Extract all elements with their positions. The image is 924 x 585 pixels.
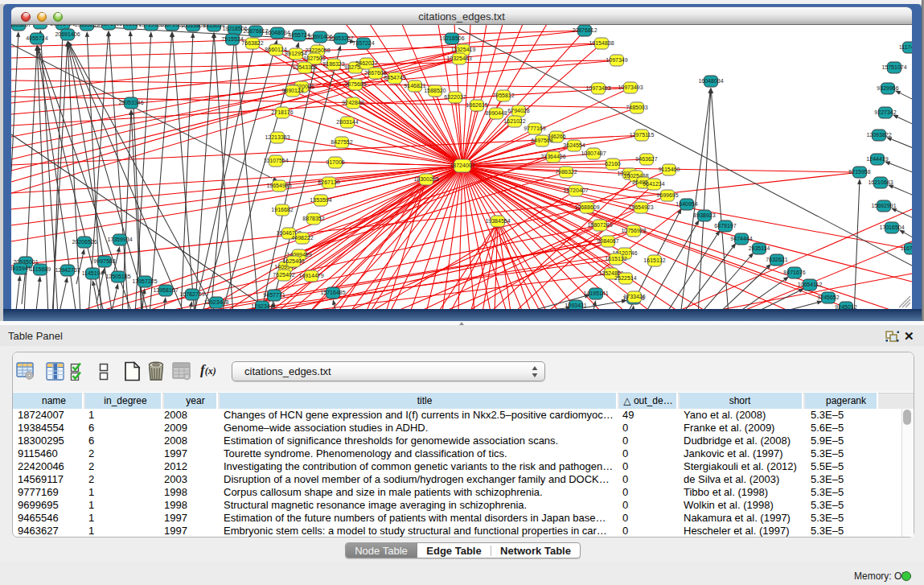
svg-text:5462027: 5462027 bbox=[355, 60, 377, 66]
svg-text:7632621: 7632621 bbox=[766, 257, 787, 262]
svg-text:7515524: 7515524 bbox=[221, 36, 243, 42]
svg-text:19384554: 19384554 bbox=[485, 218, 510, 224]
svg-text:4055724: 4055724 bbox=[29, 25, 51, 26]
svg-text:10543362: 10543362 bbox=[292, 64, 317, 70]
svg-text:15720407: 15720407 bbox=[563, 187, 588, 193]
svg-text:11923448: 11923448 bbox=[204, 299, 229, 305]
svg-text:12942737: 12942737 bbox=[55, 267, 80, 273]
svg-text:9084067: 9084067 bbox=[597, 238, 618, 244]
svg-text:10807487: 10807487 bbox=[581, 150, 606, 156]
svg-text:8990448: 8990448 bbox=[485, 110, 507, 116]
svg-text:9457771: 9457771 bbox=[263, 292, 285, 298]
svg-text:16210643: 16210643 bbox=[868, 179, 893, 185]
svg-text:1097349: 1097349 bbox=[606, 57, 627, 63]
svg-text:9890124: 9890124 bbox=[281, 88, 303, 93]
svg-text:9641234: 9641234 bbox=[643, 181, 664, 187]
svg-text:21364436: 21364436 bbox=[540, 154, 565, 159]
svg-text:9242848: 9242848 bbox=[342, 100, 363, 105]
svg-text:6497568: 6497568 bbox=[531, 138, 552, 143]
svg-text:6322037: 6322037 bbox=[444, 94, 466, 100]
svg-text:2718176: 2718176 bbox=[271, 109, 293, 115]
svg-text:9777169: 9777169 bbox=[524, 126, 545, 131]
svg-text:1527602: 1527602 bbox=[97, 25, 119, 27]
svg-text:3915941: 3915941 bbox=[11, 266, 31, 271]
svg-text:3624554: 3624554 bbox=[563, 142, 585, 148]
svg-text:9245652: 9245652 bbox=[817, 295, 839, 300]
svg-text:9227342: 9227342 bbox=[874, 109, 896, 115]
svg-text:20206526: 20206526 bbox=[72, 239, 97, 245]
svg-text:10973493: 10973493 bbox=[585, 85, 610, 91]
svg-text:11325419: 11325419 bbox=[451, 47, 476, 52]
svg-text:9463627: 9463627 bbox=[635, 156, 657, 162]
svg-text:9146821: 9146821 bbox=[404, 83, 425, 89]
svg-text:18807249: 18807249 bbox=[587, 222, 612, 228]
svg-text:917006: 917006 bbox=[326, 159, 344, 165]
svg-text:23226058: 23226058 bbox=[305, 47, 330, 53]
svg-text:8215958: 8215958 bbox=[848, 169, 870, 175]
svg-text:9115460: 9115460 bbox=[659, 167, 680, 172]
svg-text:18300295: 18300295 bbox=[413, 176, 438, 182]
svg-text:12093822: 12093822 bbox=[866, 132, 891, 138]
svg-text:1588520: 1588520 bbox=[424, 88, 446, 93]
svg-text:12213383: 12213383 bbox=[265, 134, 290, 140]
svg-text:10653267: 10653267 bbox=[328, 35, 353, 41]
svg-text:19218506: 19218506 bbox=[439, 35, 464, 41]
svg-text:7986322: 7986322 bbox=[555, 169, 577, 175]
svg-text:10756928: 10756928 bbox=[621, 228, 646, 233]
svg-text:12975115: 12975115 bbox=[630, 132, 655, 138]
svg-text:9329966: 9329966 bbox=[877, 85, 898, 91]
svg-text:10653267: 10653267 bbox=[74, 25, 99, 27]
svg-text:9245012: 9245012 bbox=[835, 304, 856, 309]
svg-text:1117406: 1117406 bbox=[899, 44, 912, 50]
svg-text:1733426: 1733426 bbox=[623, 294, 645, 299]
svg-text:13958107: 13958107 bbox=[153, 287, 178, 293]
svg-text:10654112: 10654112 bbox=[798, 282, 823, 287]
svg-text:62160: 62160 bbox=[605, 161, 621, 167]
svg-text:1244419: 1244419 bbox=[866, 156, 888, 162]
svg-text:15751074: 15751074 bbox=[881, 64, 906, 70]
svg-text:6794028: 6794028 bbox=[507, 108, 529, 113]
svg-text:9997588: 9997588 bbox=[93, 258, 115, 264]
svg-text:17359934: 17359934 bbox=[107, 237, 132, 242]
svg-text:3875685: 3875685 bbox=[344, 81, 366, 87]
svg-text:1640954: 1640954 bbox=[676, 201, 697, 207]
svg-text:17957225: 17957225 bbox=[132, 278, 157, 284]
svg-text:16033809: 16033809 bbox=[180, 25, 205, 28]
svg-text:16782759: 16782759 bbox=[179, 291, 204, 297]
svg-text:8471676: 8471676 bbox=[783, 270, 805, 275]
svg-text:16048034: 16048034 bbox=[698, 78, 723, 84]
svg-text:14195141: 14195141 bbox=[583, 290, 608, 296]
svg-text:8660124: 8660124 bbox=[265, 47, 286, 52]
svg-text:8454749: 8454749 bbox=[384, 75, 405, 80]
svg-text:10553267: 10553267 bbox=[11, 25, 31, 27]
svg-text:7955812: 7955812 bbox=[492, 93, 514, 98]
svg-text:15716485: 15716485 bbox=[320, 290, 345, 295]
svg-text:7485003: 7485003 bbox=[626, 105, 647, 110]
svg-text:8267130: 8267130 bbox=[318, 179, 339, 185]
svg-text:1115689: 1115689 bbox=[30, 266, 51, 272]
svg-text:9699695: 9699695 bbox=[656, 192, 678, 198]
svg-text:18724007: 18724007 bbox=[450, 163, 474, 168]
svg-text:10973493: 10973493 bbox=[618, 84, 643, 90]
svg-text:8878352: 8878352 bbox=[302, 216, 324, 221]
svg-text:1167534: 1167534 bbox=[901, 245, 912, 251]
svg-text:8186323: 8186323 bbox=[322, 61, 344, 67]
svg-text:14914479: 14914479 bbox=[298, 273, 323, 278]
svg-text:19654923: 19654923 bbox=[628, 204, 653, 210]
svg-text:4498222: 4498222 bbox=[291, 235, 313, 241]
svg-text:1621022: 1621022 bbox=[503, 118, 525, 124]
svg-text:15692991: 15692991 bbox=[871, 203, 896, 208]
svg-text:1145194: 1145194 bbox=[82, 270, 104, 276]
svg-text:10325443: 10325443 bbox=[446, 56, 471, 61]
svg-text:12505185: 12505185 bbox=[105, 274, 130, 279]
svg-text:7357224: 7357224 bbox=[352, 40, 374, 46]
svg-text:16154838: 16154838 bbox=[589, 40, 614, 46]
svg-text:7663822: 7663822 bbox=[241, 40, 263, 46]
svg-text:10107554: 10107554 bbox=[263, 158, 288, 163]
svg-text:17016504: 17016504 bbox=[879, 225, 904, 230]
svg-text:7625402: 7625402 bbox=[273, 272, 294, 278]
svg-text:8427552: 8427552 bbox=[331, 139, 352, 145]
svg-text:19654983: 19654983 bbox=[266, 183, 291, 188]
svg-text:1625403: 1625403 bbox=[282, 258, 304, 264]
svg-text:4055724: 4055724 bbox=[26, 35, 47, 41]
